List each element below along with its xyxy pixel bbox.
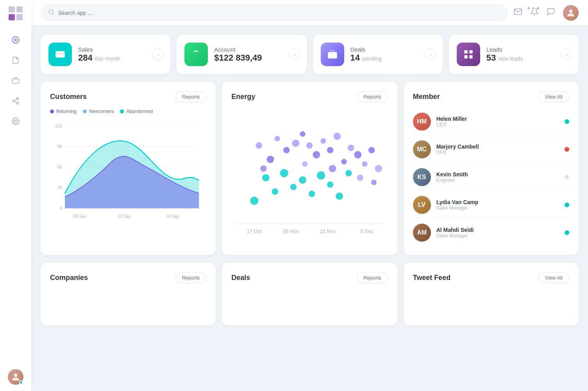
svg-rect-16 [469, 50, 472, 54]
svg-point-39 [306, 142, 313, 149]
search-bar[interactable] [41, 5, 508, 21]
customers-chart-card: Customers Reports Returning Newcomers Ab… [41, 82, 216, 255]
svg-text:22 Sep: 22 Sep [118, 214, 131, 219]
search-input[interactable] [58, 10, 500, 16]
sales-icon-box [48, 43, 72, 66]
svg-point-61 [302, 161, 308, 167]
svg-point-53 [299, 176, 306, 184]
legend-dot-returning [50, 109, 54, 113]
customers-reports-button[interactable]: Reports [175, 91, 207, 102]
svg-point-54 [309, 191, 315, 197]
member-avatar-marjory: MC [413, 140, 431, 158]
member-name-almahdi: Al Mahdi Seidi [436, 227, 559, 233]
deals-value: 14 pending [350, 53, 435, 63]
bell-notification-dot [536, 7, 540, 10]
deals-info: Deals 14 pending [350, 46, 435, 63]
mail-button[interactable] [514, 7, 522, 18]
legend-newcomers: Newcomers [83, 109, 114, 114]
account-value: $122 839,49 [214, 53, 298, 63]
legend-label-abandonned: Abandonned [126, 109, 153, 114]
svg-point-44 [341, 159, 347, 164]
svg-point-4 [13, 100, 15, 102]
svg-point-48 [368, 147, 375, 153]
page-content: Sales 284 this month › Account $122 839,… [31, 25, 588, 391]
svg-point-55 [317, 171, 325, 179]
member-item: KS Kevin Smith Engineer [413, 164, 569, 190]
energy-chart-title: Energy [231, 93, 255, 101]
svg-point-5 [17, 102, 19, 104]
leads-icon-box [457, 43, 480, 66]
svg-rect-15 [464, 50, 467, 54]
sidebar [0, 0, 31, 391]
sales-title: Sales [78, 46, 163, 53]
companies-reports-button[interactable]: Reports [175, 272, 207, 283]
svg-point-45 [348, 145, 354, 151]
legend-abandonned: Abandonned [120, 109, 153, 114]
member-view-all-button[interactable]: View All [538, 91, 569, 102]
legend-label-newcomers: Newcomers [89, 109, 114, 114]
bell-button[interactable] [530, 7, 539, 18]
header-user-avatar[interactable] [563, 5, 579, 21]
sales-arrow-button[interactable]: › [152, 48, 164, 60]
svg-point-63 [357, 174, 363, 181]
almahdi-status-indicator [565, 230, 569, 235]
account-icon-box [184, 43, 208, 66]
member-info-helen: Helen Miller CEO [436, 116, 559, 127]
energy-reports-button[interactable]: Reports [357, 91, 388, 102]
chat-button[interactable] [547, 7, 555, 18]
svg-point-57 [336, 192, 343, 200]
svg-point-8 [15, 120, 17, 122]
member-name-lydia: Lydia Van Camp [436, 199, 559, 205]
svg-text:60: 60 [57, 165, 62, 169]
sales-info: Sales 284 this month [78, 46, 163, 63]
member-item: LV Lydia Van Camp Sales Manager [413, 192, 569, 218]
svg-point-37 [292, 140, 300, 147]
deals-card-header: Deals Reports [231, 272, 388, 283]
bell-notification-dot3 [527, 7, 530, 10]
svg-rect-18 [469, 55, 472, 58]
svg-rect-14 [328, 52, 337, 58]
sidebar-item-settings[interactable] [7, 113, 24, 130]
svg-point-51 [280, 169, 288, 177]
sidebar-item-network[interactable] [7, 92, 24, 109]
customers-chart-title: Customers [50, 93, 87, 101]
bell-notification-dot2 [532, 7, 535, 10]
leads-info: Leads 53 new leads [486, 46, 571, 63]
stat-card-leads: Leads 53 new leads › [449, 35, 579, 74]
header [31, 0, 588, 25]
sidebar-user-avatar[interactable] [8, 369, 23, 385]
app-logo [9, 6, 23, 20]
svg-text:120: 120 [55, 124, 62, 128]
stat-card-account: Account $122 839,49 › [177, 35, 306, 74]
sidebar-item-projects[interactable] [7, 72, 24, 89]
svg-point-3 [17, 98, 19, 100]
member-info-kevin: Kevin Smith Engineer [436, 171, 559, 183]
account-arrow-button[interactable]: › [289, 48, 300, 60]
energy-scatter-chart: 17 Oct 05 Nov 22 Nov 8 Dec [231, 109, 388, 242]
user-online-indicator [19, 380, 23, 384]
svg-point-62 [329, 165, 336, 172]
tweet-feed-view-all-button[interactable]: View All [538, 272, 569, 283]
tweet-feed-title: Tweet Feed [413, 274, 451, 282]
member-info-almahdi: Al Mahdi Seidi Sales Manager [436, 227, 559, 239]
svg-point-41 [321, 138, 326, 143]
svg-point-0 [13, 37, 19, 43]
sidebar-item-reports[interactable] [7, 52, 24, 69]
kevin-status-indicator [565, 175, 569, 179]
member-card: Member View All HM Helen Miller CEO [404, 82, 579, 255]
svg-text:20 Sep: 20 Sep [73, 214, 86, 219]
svg-point-49 [262, 174, 270, 181]
marjory-status-indicator [565, 147, 569, 152]
sidebar-item-dashboard[interactable] [7, 31, 24, 48]
svg-point-58 [250, 197, 259, 205]
deals-reports-button[interactable]: Reports [357, 272, 388, 283]
svg-rect-2 [13, 79, 19, 84]
member-name-helen: Helen Miller [436, 116, 559, 122]
stat-cards-row: Sales 284 this month › Account $122 839,… [41, 35, 579, 74]
leads-arrow-button[interactable]: › [561, 48, 572, 60]
leads-title: Leads [486, 46, 571, 53]
svg-point-47 [362, 161, 368, 167]
helen-status-indicator [565, 119, 569, 124]
member-role-almahdi: Sales Manager [436, 233, 559, 239]
deals-arrow-button[interactable]: › [425, 48, 436, 60]
